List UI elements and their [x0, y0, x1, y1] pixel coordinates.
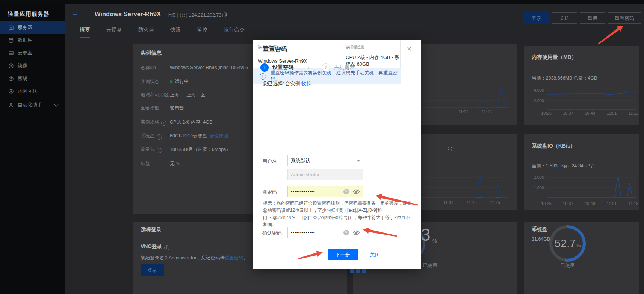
field-label: 地域和可用区 [141, 92, 169, 98]
vnc-login-desc: 初始登录名为Administrator，忘记密码请重置密码。 [141, 255, 248, 261]
memory-current: 当前：2938.666MB 总量：4GB [532, 75, 597, 81]
password-dots: ••••••••••••• [291, 231, 343, 235]
traffic-package: 1000GB/月（带宽：6Mbps） [170, 146, 231, 153]
status-dot [170, 80, 172, 83]
new-password-field[interactable]: ••••••••••••• ✕ [287, 186, 363, 197]
vnc-login-button[interactable]: 登录 [141, 264, 164, 276]
eye-off-icon[interactable] [353, 230, 360, 235]
step-2-circle: 2 [322, 63, 330, 72]
confirm-password-label: 确认密码 [262, 230, 282, 237]
gauge-percent-sign: % [432, 238, 437, 244]
sidebar-item-cloud-disk[interactable]: 云硬盘 [0, 47, 65, 59]
memory-usage-card: 内存使用量（MB） 当前：2938.666MB 总量：4GB 4,000 2,0… [524, 46, 639, 125]
tags-value: 无 ✎ [170, 161, 180, 167]
sidebar-item-label: 服务器 [18, 24, 32, 31]
sidebar-item-label: 数据库 [18, 37, 32, 44]
x-tick: 10:49 [579, 111, 601, 115]
y-tick: 2,000 [527, 175, 544, 179]
chevron-down-icon [357, 160, 360, 162]
x-tick: 10:25 [535, 111, 557, 115]
tab-bar: 概要 云硬盘 防火墙 快照 监控 执行命令 [65, 23, 644, 38]
field-label: 名称/ID [141, 65, 156, 71]
username-select[interactable]: 系统默认 [287, 155, 363, 166]
password-tip: 提示：您的密码已经符合设置密码规则，但密码需要具备一定的强度，建议您的密码设置1… [263, 200, 412, 228]
x-tick: 11:13 [482, 110, 492, 114]
login-button[interactable]: 登录 [523, 12, 550, 24]
restart-button[interactable]: 重启 [580, 12, 605, 24]
page-title: Windows Server-Rh9X [95, 11, 161, 18]
card-title: 实例信息 [141, 50, 162, 56]
x-tick: 10:37 [557, 201, 579, 206]
sidebar-item-image[interactable]: 镜像 [0, 59, 65, 72]
back-arrow-icon[interactable]: ← [71, 9, 79, 18]
tab-cloud-disk[interactable]: 云硬盘 [106, 23, 122, 38]
sidebar-item-server[interactable]: 服务器 [0, 21, 65, 34]
disk-io-current: 当前：1.533（读）24.34（写） [532, 163, 597, 169]
memory-x-axis: 10:25 10:37 10:49 11:01 11:13 [535, 111, 644, 115]
sidebar-item-label: 密钥 [18, 75, 27, 82]
x-tick: 11:13 [467, 200, 477, 205]
field-label: 实例状态 [141, 78, 159, 85]
modal-title: 重置密码 [263, 45, 287, 53]
tab-firewall[interactable]: 防火墙 [138, 23, 154, 38]
x-tick: 11:13 [623, 111, 644, 115]
disk-icon [8, 50, 14, 56]
clear-icon[interactable]: ✕ [343, 230, 349, 235]
sidebar-item-automation[interactable]: 自动化助手 [0, 98, 65, 111]
copy-icon[interactable] [222, 12, 227, 19]
used-label: 已使用 [549, 262, 586, 269]
field-label: 套餐类型 [141, 106, 159, 112]
sidebar-item-key[interactable]: 密钥 [0, 72, 65, 85]
x-tick: 11:01 [458, 110, 469, 114]
vnc-login-label: VNC登录i [141, 243, 169, 250]
manage-snapshot-link[interactable]: 管理快照 [210, 133, 228, 139]
info-icon[interactable]: i [161, 121, 166, 126]
info-icon[interactable]: i [157, 134, 162, 140]
collapse-link[interactable]: 收起 [301, 81, 311, 86]
close-icon[interactable]: ✕ [405, 44, 413, 54]
x-tick: 11:13 [623, 201, 644, 206]
eye-off-icon[interactable] [353, 189, 360, 194]
y-tick: 4,000 [527, 88, 544, 92]
sidebar-item-database[interactable]: 数据库 [0, 34, 65, 47]
server-icon [8, 25, 14, 30]
y-tick: 1,000 [527, 185, 544, 190]
instance-name-id: Windows Server-Rh9X(lhins-1o54v05 [170, 65, 248, 70]
clear-icon[interactable]: ✕ [343, 189, 349, 194]
card-title: 系统盘 [532, 226, 547, 233]
confirm-password-field[interactable]: ••••••••••••• ✕ [287, 227, 363, 238]
reset-password-link[interactable]: 重置密码 [225, 255, 243, 261]
bandwidth-chart [421, 171, 517, 199]
gauge-percent-value: 52.7 [555, 237, 576, 250]
modal-close-button[interactable]: 关闭 [363, 249, 387, 260]
sidebar: 轻量应用服务器 服务器 数据库 云硬盘 镜像 密钥 内网互联 自动化助手 [0, 4, 65, 294]
field-label: 实例规格i [141, 119, 166, 126]
sidebar-item-label: 内网互联 [18, 88, 37, 95]
username-field: Administrator [287, 169, 363, 180]
column-header: 实例配置 [346, 44, 400, 50]
info-icon[interactable]: i [157, 148, 162, 153]
next-step-button[interactable]: 下一步 [328, 249, 358, 260]
edit-tag-icon[interactable]: ✎ [176, 161, 180, 166]
password-dots: ••••••••••••• [291, 190, 343, 194]
tab-monitor[interactable]: 监控 [197, 23, 207, 38]
x-tick: 11:01 [601, 201, 623, 206]
disk-io-chart [547, 175, 637, 201]
tab-command[interactable]: 执行命令 [224, 23, 245, 38]
info-icon[interactable]: i [164, 245, 169, 250]
tab-snapshot[interactable]: 快照 [170, 23, 181, 38]
chevron-down-icon [54, 102, 58, 106]
instance-spec: CPU: 2核 内存: 4GB [170, 119, 212, 125]
percent-sign: % [576, 243, 581, 248]
shutdown-button[interactable]: 关机 [552, 12, 577, 24]
x-tick: 10:49 [579, 201, 601, 206]
tab-overview[interactable]: 概要 [80, 23, 90, 38]
sidebar-item-intranet[interactable]: 内网互联 [0, 85, 65, 98]
x-tick: 10:37 [557, 111, 579, 115]
memory-chart [547, 88, 637, 111]
instance-status: 运行中 [170, 78, 189, 85]
field-label: 系统盘i [141, 133, 162, 140]
x-tick: 10:25 [535, 201, 557, 206]
reset-password-button[interactable]: 重置密码 [608, 12, 641, 24]
region-zone: 上海 ｜ 上海二区 [170, 92, 205, 98]
